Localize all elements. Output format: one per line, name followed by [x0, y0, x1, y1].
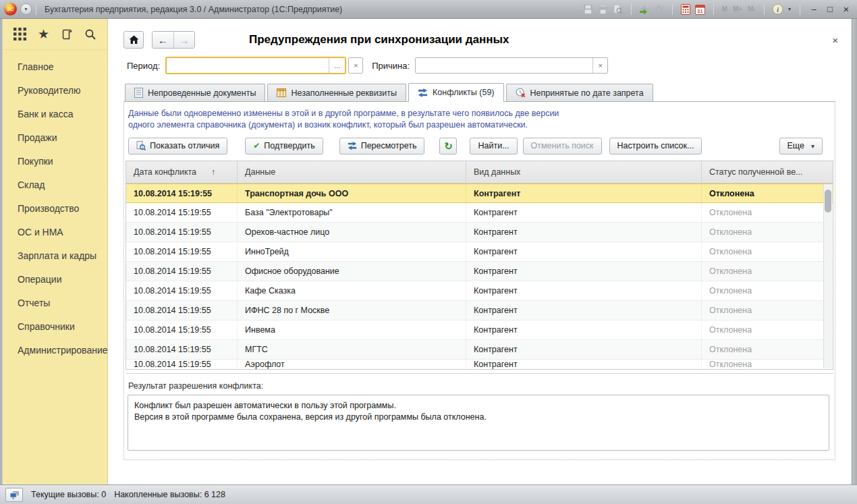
calculator-icon[interactable] — [680, 3, 692, 16]
maximize-button[interactable]: □ — [823, 3, 837, 16]
sidebar-item[interactable]: Главное — [18, 55, 107, 79]
cell-kind: Контрагент — [466, 340, 702, 359]
sidebar-item[interactable]: Операции — [18, 268, 107, 291]
table-row[interactable]: 10.08.2014 15:19:55 База "Электротовары"… — [126, 203, 833, 223]
sidebar-item[interactable]: Справочники — [18, 315, 107, 339]
table-row[interactable]: 10.08.2014 15:19:55 Транспортная дочь ОО… — [126, 184, 833, 203]
sidebar-item[interactable]: ОС и НМА — [18, 221, 107, 244]
confirm-button[interactable]: ✔ Подтвердить — [245, 138, 323, 155]
splitter[interactable] — [126, 373, 833, 374]
refresh-button[interactable]: ↻ — [439, 138, 457, 155]
back-button[interactable]: ← — [153, 32, 173, 48]
menu-grid-icon[interactable] — [13, 28, 26, 40]
column-header-status[interactable]: Статус полученной ве... — [702, 161, 833, 183]
refresh-icon: ↻ — [444, 141, 453, 151]
sidebar-tools: ★ — [3, 19, 107, 50]
table-header: Дата конфликта ↑ Данные Вид данных Стату… — [126, 161, 833, 184]
table-row[interactable]: 10.08.2014 15:19:55 Кафе Сказка Контраге… — [126, 281, 833, 301]
cell-data: Орехов-частное лицо — [238, 223, 466, 242]
table-row[interactable]: 10.08.2014 15:19:55 МГТС Контрагент Откл… — [126, 340, 833, 360]
separator — [800, 4, 800, 15]
memory-recall-button[interactable]: M — [721, 3, 729, 16]
reason-clear-button[interactable]: × — [592, 58, 607, 73]
sidebar-item[interactable]: Банк и касса — [18, 103, 107, 126]
history-nav: ← → — [152, 31, 195, 49]
cell-status: Отклонена — [702, 360, 833, 369]
minimize-button[interactable]: – — [807, 3, 821, 16]
print-preview-icon[interactable] — [612, 3, 624, 16]
table-row[interactable]: 10.08.2014 15:19:55 ИФНС 28 по г Москве … — [126, 301, 833, 320]
favorites-icon[interactable] — [653, 3, 665, 16]
cell-kind: Контрагент — [466, 360, 702, 369]
cell-data: МГТС — [238, 340, 466, 359]
back-arrow-icon: ← — [158, 34, 168, 46]
forward-button[interactable]: → — [173, 32, 194, 48]
table-row[interactable]: 10.08.2014 15:19:55 Офисное оборудование… — [126, 262, 833, 281]
table-row[interactable]: 10.08.2014 15:19:55 ИнноТрейд Контрагент… — [126, 242, 833, 262]
calendar-icon[interactable]: 31 — [694, 3, 707, 16]
column-header-kind[interactable]: Вид данных — [466, 161, 702, 183]
add-favorite-icon[interactable] — [638, 3, 651, 16]
sidebar-item[interactable]: Отчеты — [18, 291, 107, 315]
result-text-box: Конфликт был разрешен автоматически в по… — [128, 395, 829, 451]
tab-conflicts[interactable]: Конфликты (59) — [408, 83, 503, 101]
info-dropdown-icon[interactable]: ▾ — [786, 3, 793, 16]
cell-kind: Контрагент — [466, 320, 702, 339]
find-button[interactable]: Найти... — [470, 138, 517, 155]
table-row[interactable]: 10.08.2014 15:19:55 Инвема Контрагент От… — [126, 320, 833, 340]
tab-unposted-documents[interactable]: Непроведенные документы — [125, 84, 265, 101]
configure-list-button[interactable]: Настроить список... — [609, 138, 702, 155]
scrollbar-thumb[interactable] — [825, 190, 831, 213]
print-icon[interactable] — [597, 3, 609, 16]
cancel-search-button[interactable]: Отменить поиск — [523, 138, 602, 155]
clear-icon: × — [598, 61, 602, 69]
cell-kind: Контрагент — [466, 203, 702, 222]
home-button[interactable] — [123, 31, 144, 49]
sidebar-item[interactable]: Зарплата и кадры — [18, 244, 107, 268]
table-row[interactable]: 10.08.2014 15:19:55 Аэрофлот Контрагент … — [126, 360, 833, 369]
server-calls-button[interactable] — [5, 488, 23, 502]
main-menu-dropdown-button[interactable]: ▾ — [20, 3, 32, 15]
table-scrollbar[interactable] — [823, 184, 832, 368]
tab-label: Непроведенные документы — [148, 88, 256, 98]
favorites-star-icon[interactable]: ★ — [38, 28, 49, 40]
cell-kind: Контрагент — [466, 301, 702, 320]
cell-kind: Контрагент — [466, 262, 702, 281]
sidebar-item[interactable]: Склад — [18, 173, 107, 197]
history-icon[interactable] — [61, 28, 73, 40]
tab-unfilled-attributes[interactable]: Незаполненные реквизиты — [267, 84, 406, 101]
sidebar-item[interactable]: Покупки — [18, 150, 107, 173]
more-button[interactable]: Еще ▾ — [779, 138, 823, 155]
column-header-date[interactable]: Дата конфликта ↑ — [126, 161, 238, 183]
close-window-button[interactable]: × — [839, 3, 853, 16]
sync-icon — [348, 141, 357, 150]
sidebar-item[interactable]: Производство — [18, 197, 107, 221]
close-form-button[interactable]: × — [832, 35, 838, 45]
review-button[interactable]: Пересмотреть — [339, 138, 425, 155]
cell-data: Офисное оборудование — [238, 262, 466, 281]
info-icon[interactable]: i — [771, 3, 783, 16]
separator — [631, 4, 632, 15]
home-icon — [129, 35, 139, 45]
column-header-data[interactable]: Данные — [238, 161, 466, 183]
memory-plus-button[interactable]: M+ — [731, 3, 744, 16]
save-icon[interactable] — [582, 3, 595, 16]
cell-data: Транспортная дочь ООО — [238, 184, 466, 202]
period-clear-button[interactable]: × — [348, 57, 363, 74]
show-differences-button[interactable]: Показать отличия — [128, 138, 227, 155]
memory-minus-button[interactable]: M- — [746, 3, 757, 16]
table-row[interactable]: 10.08.2014 15:19:55 Орехов-частное лицо … — [126, 223, 833, 242]
cell-data: ИнноТрейд — [238, 242, 466, 261]
sidebar-item[interactable]: Руководителю — [18, 79, 107, 103]
period-picker-button[interactable]: ... — [329, 58, 345, 73]
result-line: Версия в этой программе была сохранена, … — [134, 412, 823, 423]
search-icon[interactable] — [84, 28, 96, 40]
cell-date: 10.08.2014 15:19:55 — [126, 262, 238, 281]
period-input[interactable] — [167, 58, 329, 73]
reason-input[interactable] — [416, 58, 592, 73]
cell-date: 10.08.2014 15:19:55 — [126, 203, 238, 222]
sidebar-item[interactable]: Администрирование — [18, 339, 107, 362]
sync-conflict-icon — [418, 88, 428, 98]
sidebar-item[interactable]: Продажи — [18, 126, 107, 150]
tab-rejected-by-date[interactable]: Непринятые по дате запрета — [506, 84, 653, 101]
